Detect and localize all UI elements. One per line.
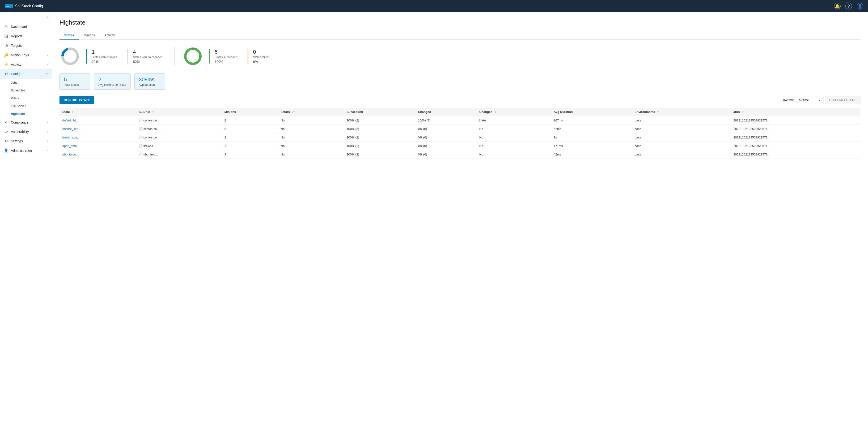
- sidebar-item-compliance[interactable]: ✔ Compliance ›: [0, 118, 52, 127]
- vulnerability-icon: 🛡: [4, 130, 8, 134]
- activity-icon: ⚡: [4, 62, 8, 67]
- state-link[interactable]: default_ht...: [62, 119, 79, 122]
- sidebar-item-targets[interactable]: ◎ Targets: [0, 41, 52, 50]
- state-link[interactable]: ubuntu-co...: [62, 153, 79, 156]
- cell-environments: base: [632, 150, 731, 159]
- table-body: default_ht... 📄centos-co... 2 No 100% (2…: [60, 116, 861, 159]
- administration-icon: 👤: [4, 148, 8, 153]
- chevron-right-icon-settings: ›: [47, 140, 48, 143]
- sidebar-label-config: Config: [11, 72, 20, 76]
- tab-minions[interactable]: Minions: [79, 31, 100, 40]
- no-changes-label: States with no changes: [133, 56, 162, 59]
- file-icon: 📄: [139, 136, 143, 139]
- vmw-logo: vmw: [5, 4, 13, 8]
- no-changes-count: 4: [133, 49, 162, 55]
- sidebar-collapse[interactable]: «: [0, 12, 52, 22]
- sort-jids-icon: ▼: [742, 111, 744, 113]
- col-environments[interactable]: Environments ▼: [632, 108, 731, 116]
- user-icon[interactable]: 👤: [857, 3, 863, 9]
- sidebar-sub-item-schedules[interactable]: Schedules: [0, 86, 52, 94]
- succeeded-label: States succeeded: [215, 56, 237, 59]
- sidebar-item-administration[interactable]: 👤 Administration ›: [0, 146, 52, 155]
- cell-changed: 100% (2): [415, 116, 476, 125]
- cell-state[interactable]: ubuntu-co...: [60, 150, 136, 159]
- cell-state[interactable]: install_apa...: [60, 133, 136, 142]
- limit-by-label: Limit by:: [781, 98, 794, 102]
- state-link[interactable]: ensure_ser...: [62, 127, 80, 131]
- sidebar-sub-item-pillars[interactable]: Pillars: [0, 94, 52, 102]
- col-errors[interactable]: Errors ↓▼: [278, 108, 344, 116]
- limit-select-wrapper[interactable]: All time Last 7 days Last 30 days Last 9…: [797, 97, 822, 103]
- changes-count: 1: [92, 49, 117, 55]
- tab-states[interactable]: States: [60, 31, 79, 40]
- sort-changes-icon: ▼: [494, 111, 496, 113]
- cell-minions: 2: [221, 125, 278, 133]
- col-jids[interactable]: JIDs ▼: [731, 108, 861, 116]
- sidebar-sub-item-jobs[interactable]: Jobs: [0, 79, 52, 86]
- cell-state[interactable]: open_smb...: [60, 142, 136, 150]
- sidebar-item-settings[interactable]: ⚙ Settings ›: [0, 136, 52, 146]
- succeeded-count: 5: [215, 49, 237, 55]
- cell-errors: No: [278, 133, 344, 142]
- metrics-row: 5 Total States 2 Avg Minions per State 3…: [60, 73, 861, 90]
- collapse-btn[interactable]: «: [46, 15, 49, 19]
- cell-state[interactable]: default_ht...: [60, 116, 136, 125]
- total-states-label: Total States: [64, 83, 86, 86]
- tab-activity[interactable]: Activity: [100, 31, 119, 40]
- cell-jids: 20221102133509929571: [731, 125, 861, 133]
- cell-sls-file: 📄firewall: [136, 142, 222, 150]
- sidebar-label-activity: Activity: [11, 63, 21, 66]
- compliance-icon: ✔: [4, 120, 8, 124]
- failed-label: States failed: [253, 56, 271, 59]
- help-icon[interactable]: ?: [845, 3, 852, 9]
- stat-no-changes: 4 States with no changes 80%: [127, 49, 167, 64]
- cell-changes: No: [476, 150, 551, 159]
- table-row: default_ht... 📄centos-co... 2 No 100% (2…: [60, 116, 861, 125]
- sidebar-sub-item-file-server[interactable]: File Server: [0, 102, 52, 110]
- app-title: SaltStack Config: [15, 4, 43, 8]
- clear-filters-label: CLEAR FILTERS: [833, 98, 857, 102]
- col-sls-file[interactable]: SLS file ▼: [136, 108, 222, 116]
- state-link[interactable]: open_smb...: [62, 144, 79, 148]
- cell-succeeded: 100% (2): [344, 116, 415, 125]
- col-changed: Changed: [415, 108, 476, 116]
- sort-state-icon: ▼: [71, 111, 74, 113]
- svg-point-3: [192, 48, 193, 49]
- sidebar-item-config[interactable]: ⚙ Config ∨: [0, 69, 52, 79]
- state-link[interactable]: install_apa...: [62, 136, 80, 139]
- col-state[interactable]: State ▼: [60, 108, 136, 116]
- limit-select[interactable]: All time Last 7 days Last 30 days Last 9…: [797, 97, 822, 103]
- sidebar-label-minion-keys: Minion Keys: [11, 53, 29, 57]
- clear-filters-button[interactable]: ⊟ CLEAR FILTERS: [825, 96, 861, 104]
- run-highstate-button[interactable]: RUN HIGHSTATE: [60, 96, 94, 104]
- chevron-right-icon-compliance: ›: [47, 121, 48, 124]
- sidebar-item-minion-keys[interactable]: 🔑 Minion Keys ›: [0, 50, 52, 60]
- changes-label: States with changes: [92, 56, 117, 59]
- sort-errors-icon: ↓▼: [292, 111, 295, 113]
- cell-state[interactable]: ensure_ser...: [60, 125, 136, 133]
- sidebar-sub-item-highstate[interactable]: Highstate: [0, 110, 52, 118]
- sidebar-item-vulnerability[interactable]: 🛡 Vulnerability ›: [0, 127, 52, 136]
- sort-env-icon: ▼: [657, 111, 659, 113]
- avg-minions-label: Avg Minions per State: [98, 83, 126, 86]
- states-table: State ▼ SLS file ▼ Minions Errors ↓▼ Suc…: [60, 108, 861, 159]
- cell-environments: base: [632, 125, 731, 133]
- cell-changed: 0% (0): [415, 125, 476, 133]
- cell-avg-duration: 42ms: [551, 150, 632, 159]
- cell-errors: No: [278, 116, 344, 125]
- cell-succeeded: 100% (3): [344, 150, 415, 159]
- sidebar-item-activity[interactable]: ⚡ Activity ›: [0, 60, 52, 69]
- main-content: Highstate States Minions Activity 1 Stat…: [52, 12, 868, 443]
- bell-icon[interactable]: 🔔: [834, 3, 841, 9]
- config-icon: ⚙: [4, 72, 8, 76]
- cell-environments: base: [632, 142, 731, 150]
- sidebar-item-dashboard[interactable]: ⊞ Dashboard: [0, 22, 52, 31]
- no-changes-pct: 80%: [133, 60, 162, 64]
- cell-errors: No: [278, 150, 344, 159]
- sidebar: « ⊞ Dashboard 📊 Reports ◎ Targets 🔑 Mini…: [0, 12, 52, 443]
- cell-jids: 20221102133509929571: [731, 142, 861, 150]
- sidebar-label-compliance: Compliance: [11, 120, 28, 124]
- cell-changes: No: [476, 142, 551, 150]
- col-changes[interactable]: Changes ▼: [476, 108, 551, 116]
- sidebar-item-reports[interactable]: 📊 Reports: [0, 31, 52, 41]
